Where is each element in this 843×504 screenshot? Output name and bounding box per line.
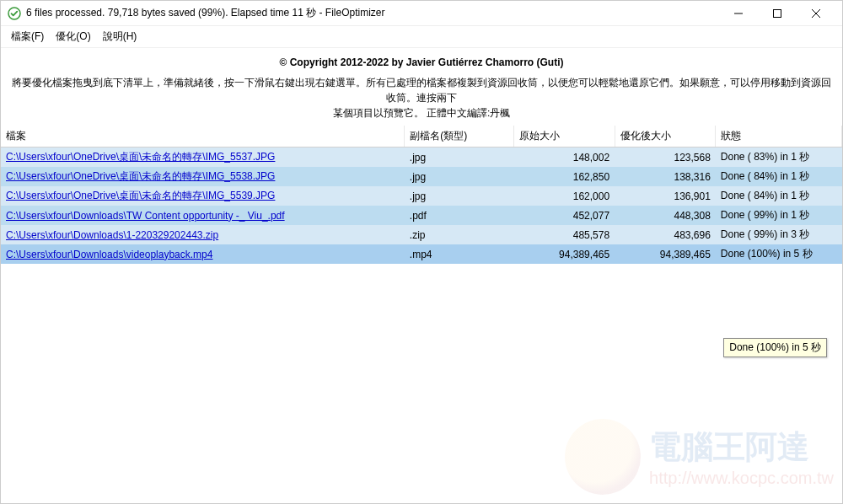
cell-orig: 452,077 [513, 206, 615, 225]
watermark-text: 電腦王阿達 [649, 426, 809, 469]
cell-path[interactable]: C:\Users\xfour\Downloads\TW Content oppo… [1, 206, 405, 225]
cell-path[interactable]: C:\Users\xfour\OneDrive\桌面\未命名的轉存\IMG_55… [1, 186, 405, 206]
table-row[interactable]: C:\Users\xfour\OneDrive\桌面\未命名的轉存\IMG_55… [1, 186, 842, 206]
file-link[interactable]: C:\Users\xfour\Downloads\TW Content oppo… [6, 210, 285, 222]
file-link[interactable]: C:\Users\xfour\Downloads\videoplayback.m… [6, 249, 212, 260]
cell-status: Done ( 84%) in 1 秒 [716, 167, 842, 186]
file-link[interactable]: C:\Users\xfour\OneDrive\桌面\未命名的轉存\IMG_55… [6, 151, 275, 163]
cell-status: Done ( 83%) in 1 秒 [716, 147, 842, 168]
instructions-line1: 將要優化檔案拖曳到底下清單上，準備就緒後，按一下滑鼠右鍵出現右鍵選單。所有已處理… [12, 77, 831, 104]
instructions-line2: 某個項目以預覽它。 正體中文編譯:丹楓 [333, 107, 511, 119]
cell-status: Done ( 99%) in 3 秒 [716, 225, 842, 244]
cell-ext: .jpg [405, 147, 514, 168]
cell-orig: 162,000 [513, 186, 615, 206]
instructions-text: 將要優化檔案拖曳到底下清單上，準備就緒後，按一下滑鼠右鍵出現右鍵選單。所有已處理… [1, 73, 842, 126]
cell-status: Done (100%) in 5 秒 [716, 244, 842, 264]
col-status[interactable]: 狀態 [716, 126, 842, 147]
cell-path[interactable]: C:\Users\xfour\OneDrive\桌面\未命名的轉存\IMG_55… [1, 167, 405, 186]
file-link[interactable]: C:\Users\xfour\OneDrive\桌面\未命名的轉存\IMG_55… [6, 170, 275, 182]
close-button[interactable] [797, 1, 835, 26]
cell-path[interactable]: C:\Users\xfour\Downloads\videoplayback.m… [1, 244, 405, 264]
svg-rect-2 [774, 9, 781, 17]
menubar: 檔案(F) 優化(O) 說明(H) [1, 26, 842, 48]
cell-opt: 94,389,465 [615, 244, 716, 264]
cell-opt: 138,316 [615, 167, 716, 186]
maximize-button[interactable] [758, 1, 797, 26]
file-table[interactable]: 檔案 副檔名(類型) 原始大小 優化後大小 狀態 C:\Users\xfour\… [1, 126, 842, 264]
col-orig[interactable]: 原始大小 [513, 126, 615, 147]
file-link[interactable]: C:\Users\xfour\OneDrive\桌面\未命名的轉存\IMG_55… [6, 190, 275, 201]
cell-orig: 485,578 [513, 225, 615, 244]
app-icon [8, 7, 21, 20]
table-row[interactable]: C:\Users\xfour\OneDrive\桌面\未命名的轉存\IMG_55… [1, 167, 842, 186]
cell-ext: .jpg [405, 186, 514, 206]
table-row[interactable]: C:\Users\xfour\Downloads\1-220329202443.… [1, 225, 842, 244]
cell-orig: 94,389,465 [513, 244, 615, 264]
table-row[interactable]: C:\Users\xfour\Downloads\TW Content oppo… [1, 206, 842, 225]
col-opt[interactable]: 優化後大小 [615, 126, 716, 147]
cell-orig: 162,850 [513, 167, 615, 186]
cell-ext: .jpg [405, 167, 514, 186]
window-controls [719, 1, 835, 26]
cell-opt: 483,696 [615, 225, 716, 244]
col-ext[interactable]: 副檔名(類型) [405, 126, 514, 147]
watermark: 電腦王阿達 http://www.kocpc.com.tw [565, 419, 834, 495]
menu-help[interactable]: 說明(H) [98, 28, 142, 46]
menu-file[interactable]: 檔案(F) [6, 28, 49, 46]
cell-opt: 448,308 [615, 206, 716, 225]
cell-path[interactable]: C:\Users\xfour\OneDrive\桌面\未命名的轉存\IMG_55… [1, 147, 405, 168]
table-header-row: 檔案 副檔名(類型) 原始大小 優化後大小 狀態 [1, 126, 842, 147]
watermark-url: http://www.kocpc.com.tw [649, 469, 834, 488]
menu-optimize[interactable]: 優化(O) [51, 28, 95, 46]
cell-opt: 136,901 [615, 186, 716, 206]
watermark-mascot-icon [565, 419, 641, 495]
col-file[interactable]: 檔案 [1, 126, 405, 147]
cell-ext: .mp4 [405, 244, 514, 264]
cell-ext: .pdf [405, 206, 514, 225]
minimize-button[interactable] [719, 1, 758, 26]
cell-ext: .zip [405, 225, 514, 244]
cell-path[interactable]: C:\Users\xfour\Downloads\1-220329202443.… [1, 225, 405, 244]
cell-status: Done ( 84%) in 1 秒 [716, 186, 842, 206]
file-link[interactable]: C:\Users\xfour\Downloads\1-220329202443.… [6, 229, 218, 241]
table-row[interactable]: C:\Users\xfour\OneDrive\桌面\未命名的轉存\IMG_55… [1, 147, 842, 168]
cell-status: Done ( 99%) in 1 秒 [716, 206, 842, 225]
table-row[interactable]: C:\Users\xfour\Downloads\videoplayback.m… [1, 244, 842, 264]
titlebar: 6 files processed. 79,718 bytes saved (9… [1, 1, 842, 26]
cell-orig: 148,002 [513, 147, 615, 168]
cell-opt: 123,568 [615, 147, 716, 168]
status-tooltip: Done (100%) in 5 秒 [723, 338, 827, 357]
window-title: 6 files processed. 79,718 bytes saved (9… [26, 6, 719, 20]
copyright-text: © Copyright 2012-2022 by Javier Gutiérre… [1, 48, 842, 73]
